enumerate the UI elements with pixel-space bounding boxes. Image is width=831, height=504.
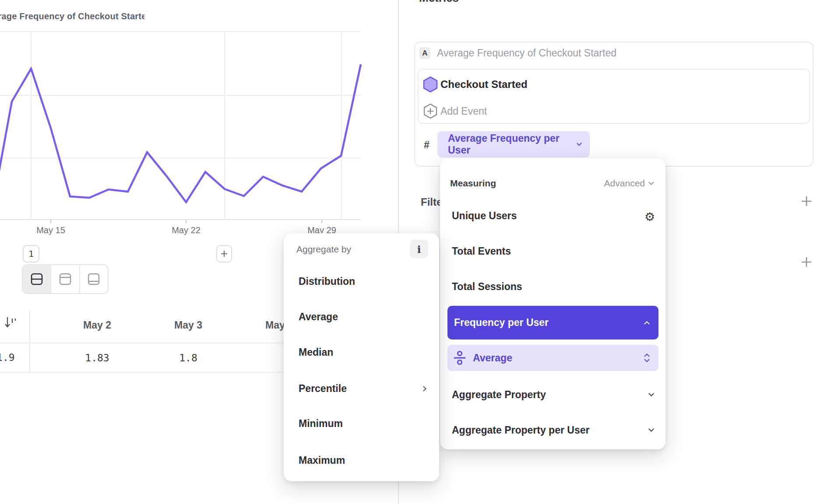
layout-split-view-button[interactable] [23,265,50,293]
median-label: Median [299,346,333,359]
metrics-section-title: Metrics [419,0,459,5]
chevron-down-icon [648,179,654,185]
layout-toggle-group [22,264,109,294]
distribution-label: Distribution [299,275,355,288]
segment-number-chip[interactable]: 1 [23,245,39,262]
selected-option-label: Frequency per User [454,317,549,329]
chevron-up-icon [644,321,650,327]
info-icon[interactable]: i [410,240,428,258]
menu-item-distribution[interactable]: Distribution [299,275,426,288]
aggregation-label: Average [473,352,645,364]
measurement-dropdown[interactable]: Average Frequency per User [437,131,590,158]
chevron-down-icon [577,140,582,146]
table-cell-clipped: 1.9 [0,352,15,363]
advanced-mode-select[interactable]: Advanced [604,178,653,189]
x-tick-label: May 15 [25,225,77,235]
event-selector[interactable]: Checkout Started [440,77,528,92]
x-tick-label: May 22 [160,225,212,235]
event-hexagon-icon [423,76,438,93]
average-label: Average [299,310,338,323]
gear-icon[interactable]: ⚙ [642,209,658,225]
menu-item-aggregate-property[interactable]: Aggregate Property [452,388,653,402]
measuring-menu-title: Measuring [450,178,496,189]
metric-name-input[interactable]: Average Frequency of Checkout Started [437,47,616,59]
add-filter-button[interactable] [801,196,812,207]
plus-icon [801,196,812,207]
sort-rows-icon[interactable] [4,316,18,329]
percentile-label: Percentile [299,382,347,395]
chevron-up-down-icon [645,353,649,363]
menu-item-total-events[interactable]: Total Events [452,244,511,258]
menu-item-median[interactable]: Median [299,346,426,359]
add-segment-button[interactable] [216,245,232,262]
event-card: Checkout Started Add Event [418,69,810,124]
measurement-label: Average Frequency per User [448,133,571,156]
add-event-icon [423,103,438,119]
maximum-label: Maximum [299,454,345,467]
table-column-separator [29,311,30,373]
aggregate-by-dropdown-menu: Aggregate by i Distribution Average Medi… [284,233,439,481]
plus-icon [220,249,229,258]
advanced-label: Advanced [604,178,645,189]
chevron-down-icon [648,426,654,432]
layout-chart-only-button[interactable] [50,265,79,293]
menu-item-minimum[interactable]: Minimum [299,417,426,430]
minimum-label: Minimum [299,417,343,430]
layout-table-only-button[interactable] [79,265,108,293]
chart-only-icon [58,272,72,286]
menu-item-average-aggregation[interactable]: Average [447,345,658,371]
chevron-down-icon [648,391,654,396]
menu-item-average[interactable]: Average [299,310,426,323]
menu-item-aggregate-property-per-user[interactable]: Aggregate Property per User [452,423,653,437]
table-header-may2[interactable]: May 2 [62,319,132,331]
menu-item-unique-users[interactable]: Unique Users [452,209,517,223]
insights-report-screen: Average Frequency of Checkout Started Ma… [0,0,831,504]
menu-item-maximum[interactable]: Maximum [299,454,426,467]
aggregate-property-label: Aggregate Property [452,388,546,402]
plus-icon [801,256,812,268]
average-divide-icon [453,350,467,365]
add-event-button[interactable]: Add Event [440,105,487,118]
menu-item-percentile[interactable]: Percentile [299,382,426,395]
measuring-dropdown-menu: Measuring Advanced Unique Users ⚙ Total … [440,158,666,449]
metric-letter-badge[interactable]: A [419,47,430,59]
table-cell: 1.83 [62,352,132,364]
metric-card: A Average Frequency of Checkout Started … [414,42,813,167]
menu-item-total-sessions[interactable]: Total Sessions [452,280,522,294]
table-header-may3[interactable]: May 3 [153,319,223,331]
numeric-metric-symbol: # [424,138,430,152]
aggregate-by-title: Aggregate by [296,244,351,255]
menu-item-frequency-per-user-selected[interactable]: Frequency per User [447,306,658,340]
chart-canvas[interactable] [0,0,398,245]
chevron-right-icon [421,386,426,392]
aggregate-property-per-user-label: Aggregate Property per User [452,423,589,437]
table-cell: 1.8 [153,352,223,364]
frequency-line[interactable] [0,64,361,209]
split-view-icon [30,272,44,286]
add-breakdown-button[interactable] [801,256,812,268]
table-only-icon [87,272,101,286]
